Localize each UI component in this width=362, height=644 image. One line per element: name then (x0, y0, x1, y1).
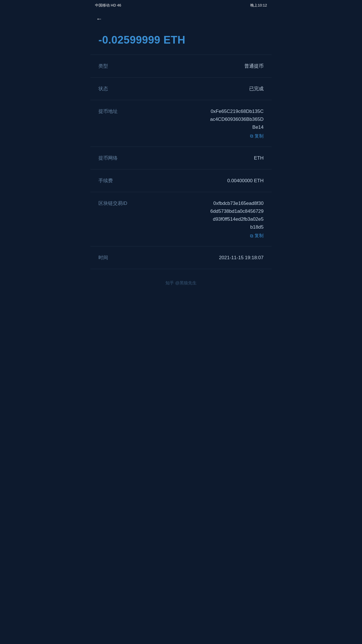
address-copy-label: 复制 (255, 133, 264, 139)
fee-row: 手续费 0.00400000 ETH (90, 169, 272, 192)
txid-text: 0xfbdcb73e165ead8f30 6dd5738bd1a0c845672… (132, 199, 264, 231)
status-value: 已完成 (113, 85, 264, 93)
address-row: 提币地址 0xFe65C219c68Db135C ac4CD60936036Bb… (90, 100, 272, 147)
txid-copy-button[interactable]: ⧉ 复制 (132, 233, 264, 239)
txid-label: 区块链交易ID (98, 199, 127, 207)
time-text: 晚上10:12 (250, 3, 267, 8)
fee-label: 手续费 (98, 177, 113, 184)
fee-value: 0.00400000 ETH (117, 177, 264, 184)
address-content: 0xFe65C219c68Db135C ac4CD60936036Bb365D … (122, 108, 264, 139)
status-label: 状态 (98, 85, 108, 92)
address-text: 0xFe65C219c68Db135C ac4CD60936036Bb365D … (122, 108, 264, 131)
txid-copy-icon: ⧉ (250, 233, 253, 239)
address-label: 提币地址 (98, 108, 118, 115)
amount-value: -0.02599999 ETH (98, 34, 264, 46)
txid-content: 0xfbdcb73e165ead8f30 6dd5738bd1a0c845672… (132, 199, 264, 239)
network-row: 提币网络 ETH (90, 147, 272, 169)
time-row: 时间 2021-11-15 19:18:07 (90, 246, 272, 269)
type-label: 类型 (98, 62, 108, 69)
type-value: 普通提币 (113, 62, 264, 70)
network-label: 提币网络 (98, 154, 118, 161)
back-arrow-icon[interactable]: ← (96, 15, 102, 22)
time-label: 时间 (98, 254, 108, 261)
time-value: 2021-11-15 19:18:07 (113, 254, 264, 261)
txid-copy-label: 复制 (255, 233, 264, 239)
footer-text: 知乎 @黑狼先生 (165, 280, 196, 285)
copy-icon: ⧉ (250, 134, 253, 139)
amount-section: -0.02599999 ETH (90, 25, 272, 55)
txid-row: 区块链交易ID 0xfbdcb73e165ead8f30 6dd5738bd1a… (90, 192, 272, 246)
footer-watermark: 知乎 @黑狼先生 (90, 269, 272, 294)
status-bar: 中国移动 HD 46 晚上10:12 (90, 0, 272, 11)
status-row: 状态 已完成 (90, 78, 272, 100)
back-button-area[interactable]: ← (90, 11, 272, 25)
address-copy-button[interactable]: ⧉ 复制 (122, 133, 264, 139)
type-row: 类型 普通提币 (90, 55, 272, 78)
carrier-text: 中国移动 HD 46 (95, 3, 121, 8)
network-value: ETH (122, 154, 264, 162)
